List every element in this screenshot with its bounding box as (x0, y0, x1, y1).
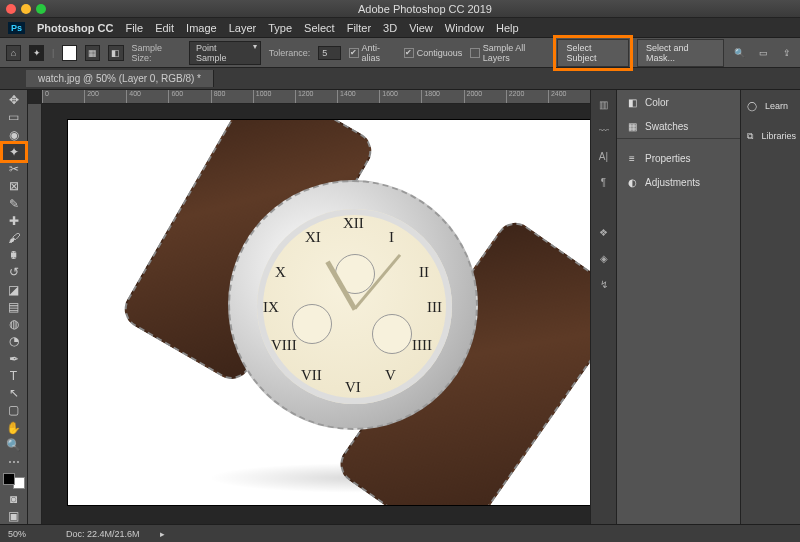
layers-panel-icon[interactable]: ❖ (596, 224, 612, 240)
shape-tool[interactable]: ▢ (3, 402, 25, 418)
eraser-tool[interactable]: ◪ (3, 282, 25, 298)
option-icon-1[interactable]: ▦ (85, 45, 100, 61)
horizontal-ruler: 0200400600800100012001400160018002000220… (42, 90, 590, 104)
screenmode-toggle[interactable]: ▣ (3, 508, 25, 524)
lasso-tool[interactable]: ◉ (3, 126, 25, 142)
ps-icon: Ps (8, 22, 25, 34)
paths-panel-icon[interactable]: ↯ (596, 276, 612, 292)
right-panels-secondary: ◯Learn ⧉Libraries (740, 90, 800, 524)
quickmask-toggle[interactable]: ◙ (3, 490, 25, 506)
adjustments-panel-tab[interactable]: ◐Adjustments (617, 170, 740, 194)
color-panel-tab[interactable]: ◧Color (617, 90, 740, 114)
tool-preset-icon[interactable]: ✦ (29, 45, 44, 61)
status-chevron-icon[interactable]: ▸ (160, 529, 165, 539)
path-tool[interactable]: ↖ (3, 385, 25, 401)
menu-image[interactable]: Image (186, 22, 217, 34)
menu-view[interactable]: View (409, 22, 433, 34)
watch-image: XII I II III IIII V VI VII VIII IX X XI (68, 120, 590, 505)
zoom-tool[interactable]: 🔍 (3, 437, 25, 453)
adjustments-icon: ◐ (625, 175, 639, 189)
magic-wand-tool[interactable]: ✦ (3, 144, 25, 160)
paragraph-panel-icon[interactable]: ¶ (596, 174, 612, 190)
menu-select[interactable]: Select (304, 22, 335, 34)
anti-alias-checkbox[interactable]: ✔Anti-alias (349, 43, 396, 63)
doc-size-label: Doc: 22.4M/21.6M (66, 529, 140, 539)
menu-filter[interactable]: Filter (347, 22, 371, 34)
share-icon[interactable]: ⇪ (780, 46, 794, 60)
select-and-mask-button[interactable]: Select and Mask... (637, 39, 724, 67)
menu-bar: Ps Photoshop CC File Edit Image Layer Ty… (0, 18, 800, 38)
gradient-tool[interactable]: ▤ (3, 299, 25, 315)
vertical-ruler (28, 104, 42, 524)
history-panel-icon[interactable]: ▥ (596, 96, 612, 112)
menu-type[interactable]: Type (268, 22, 292, 34)
home-icon[interactable]: ⌂ (6, 45, 21, 61)
tool-palette: ✥ ▭ ◉ ✦ ✂ ⊠ ✎ ✚ 🖌 ⧯ ↺ ◪ ▤ ◍ ◔ ✒ T ↖ ▢ ✋ … (0, 90, 28, 524)
swatches-icon: ▦ (625, 119, 639, 133)
window-controls (6, 4, 46, 14)
color-icon: ◧ (625, 95, 639, 109)
right-panels: ◧Color ▦Swatches ≡Properties ◐Adjustment… (616, 90, 740, 524)
channels-panel-icon[interactable]: ◈ (596, 250, 612, 266)
minimize-icon[interactable] (21, 4, 31, 14)
collapsed-panel-strip: ▥ 〰 A| ¶ ❖ ◈ ↯ (590, 90, 616, 524)
foreground-background-swatch[interactable] (3, 473, 25, 489)
window-title: Adobe Photoshop CC 2019 (56, 3, 794, 15)
healing-tool[interactable]: ✚ (3, 213, 25, 229)
crop-tool[interactable]: ✂ (3, 161, 25, 177)
edit-toolbar[interactable]: ⋯ (3, 454, 25, 470)
swatch-icon[interactable] (62, 45, 77, 61)
type-tool[interactable]: T (3, 368, 25, 384)
menu-file[interactable]: File (125, 22, 143, 34)
sample-all-layers-checkbox[interactable]: Sample All Layers (470, 43, 549, 63)
history-brush-tool[interactable]: ↺ (3, 264, 25, 280)
stamp-tool[interactable]: ⧯ (3, 247, 25, 263)
menu-3d[interactable]: 3D (383, 22, 397, 34)
hand-tool[interactable]: ✋ (3, 419, 25, 435)
marquee-tool[interactable]: ▭ (3, 109, 25, 125)
options-bar: ⌂ ✦ | ▦ ◧ Sample Size: Point Sample Tole… (0, 38, 800, 68)
close-icon[interactable] (6, 4, 16, 14)
select-subject-button[interactable]: Select Subject (557, 39, 629, 67)
document-canvas[interactable]: XII I II III IIII V VI VII VIII IX X XI (68, 120, 590, 505)
eyedropper-tool[interactable]: ✎ (3, 195, 25, 211)
sample-size-dropdown[interactable]: Point Sample (189, 41, 261, 65)
sample-size-label: Sample Size: (132, 43, 181, 63)
frame-tool[interactable]: ⊠ (3, 178, 25, 194)
learn-icon: ◯ (745, 99, 759, 113)
properties-panel-tab[interactable]: ≡Properties (617, 146, 740, 170)
window-titlebar: Adobe Photoshop CC 2019 (0, 0, 800, 18)
menu-window[interactable]: Window (445, 22, 484, 34)
pen-tool[interactable]: ✒ (3, 351, 25, 367)
canvas-area: 0200400600800100012001400160018002000220… (28, 90, 590, 524)
tolerance-input[interactable]: 5 (318, 46, 341, 60)
status-bar: 50% Doc: 22.4M/21.6M ▸ (0, 524, 800, 542)
search-icon[interactable]: 🔍 (732, 46, 746, 60)
document-tab[interactable]: watch.jpg @ 50% (Layer 0, RGB/8) * (26, 70, 214, 87)
brush-tool[interactable]: 🖌 (3, 230, 25, 246)
libraries-icon: ⧉ (745, 129, 755, 143)
document-tab-bar: watch.jpg @ 50% (Layer 0, RGB/8) * (0, 68, 800, 90)
zoom-level[interactable]: 50% (8, 529, 26, 539)
zoom-icon[interactable] (36, 4, 46, 14)
swatches-panel-tab[interactable]: ▦Swatches (617, 114, 740, 138)
learn-panel-tab[interactable]: ◯Learn (741, 94, 800, 118)
move-tool[interactable]: ✥ (3, 92, 25, 108)
properties-icon: ≡ (625, 151, 639, 165)
option-icon-2[interactable]: ◧ (108, 45, 123, 61)
menu-help[interactable]: Help (496, 22, 519, 34)
libraries-panel-tab[interactable]: ⧉Libraries (741, 124, 800, 148)
app-label: Photoshop CC (37, 22, 113, 34)
workspace-icon[interactable]: ▭ (756, 46, 770, 60)
menu-edit[interactable]: Edit (155, 22, 174, 34)
dodge-tool[interactable]: ◔ (3, 333, 25, 349)
menu-layer[interactable]: Layer (229, 22, 257, 34)
character-panel-icon[interactable]: A| (596, 148, 612, 164)
tolerance-label: Tolerance: (269, 48, 311, 58)
contiguous-checkbox[interactable]: ✔Contiguous (404, 48, 463, 58)
blur-tool[interactable]: ◍ (3, 316, 25, 332)
brush-panel-icon[interactable]: 〰 (596, 122, 612, 138)
